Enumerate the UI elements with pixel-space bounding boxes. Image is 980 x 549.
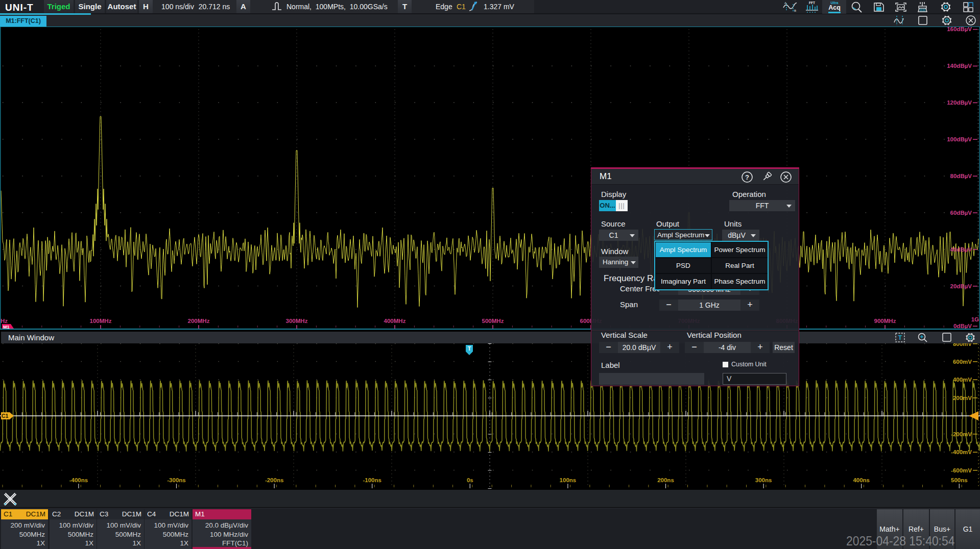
svg-text:300ns: 300ns bbox=[755, 477, 772, 483]
svg-text:160dBµV: 160dBµV bbox=[947, 27, 972, 32]
svg-text:100dBµV: 100dBµV bbox=[947, 136, 972, 142]
svg-text:0s: 0s bbox=[467, 477, 473, 483]
svg-text:80dBµV: 80dBµV bbox=[950, 173, 972, 179]
svg-text:60dBµV: 60dBµV bbox=[950, 210, 972, 216]
svg-text:T: T bbox=[468, 345, 471, 352]
svg-text:500MHz: 500MHz bbox=[482, 318, 504, 324]
svg-text:C1: C1 bbox=[2, 413, 9, 419]
svg-text:120dBµV: 120dBµV bbox=[947, 99, 972, 106]
svg-text:1G: 1G bbox=[971, 316, 979, 322]
svg-text:B: B bbox=[794, 9, 796, 12]
svg-text:400MHz: 400MHz bbox=[384, 318, 406, 324]
svg-text:M1: M1 bbox=[3, 325, 10, 330]
svg-text:Acq: Acq bbox=[828, 4, 841, 11]
svg-text:40dBµV: 40dBµV bbox=[950, 246, 972, 253]
svg-text:FFT: FFT bbox=[809, 1, 815, 5]
svg-text:-300ns: -300ns bbox=[167, 477, 185, 483]
svg-text:Hz: Hz bbox=[1, 318, 8, 324]
svg-text:200ns: 200ns bbox=[657, 477, 674, 483]
svg-text:-100ns: -100ns bbox=[363, 477, 381, 483]
svg-text:20dBµV: 20dBµV bbox=[950, 283, 972, 289]
svg-text:400ns: 400ns bbox=[853, 477, 870, 483]
svg-text:-200ns: -200ns bbox=[265, 477, 283, 483]
svg-text:-600mV: -600mV bbox=[951, 467, 972, 473]
svg-text:140dBµV: 140dBµV bbox=[947, 63, 972, 69]
svg-text:200mV: 200mV bbox=[953, 395, 972, 401]
svg-text:100ns: 100ns bbox=[560, 477, 577, 483]
svg-text:600mV: 600mV bbox=[953, 359, 972, 365]
svg-text:T: T bbox=[898, 334, 902, 341]
svg-text:A: A bbox=[784, 2, 786, 5]
svg-text:-400mV: -400mV bbox=[951, 449, 972, 455]
svg-text:300MHz: 300MHz bbox=[286, 318, 308, 324]
svg-text:500ns: 500ns bbox=[951, 477, 968, 483]
svg-text:900MHz: 900MHz bbox=[874, 318, 896, 324]
svg-text:100MHz: 100MHz bbox=[90, 318, 112, 324]
svg-text:-400ns: -400ns bbox=[69, 477, 88, 483]
svg-text:200MHz: 200MHz bbox=[188, 318, 210, 324]
svg-text:?: ? bbox=[745, 173, 749, 181]
svg-text:0dBµV: 0dBµV bbox=[953, 323, 972, 329]
svg-text:400mV: 400mV bbox=[953, 377, 972, 383]
svg-text:800mV: 800mV bbox=[953, 343, 972, 347]
svg-text:-200mV: -200mV bbox=[951, 431, 972, 437]
